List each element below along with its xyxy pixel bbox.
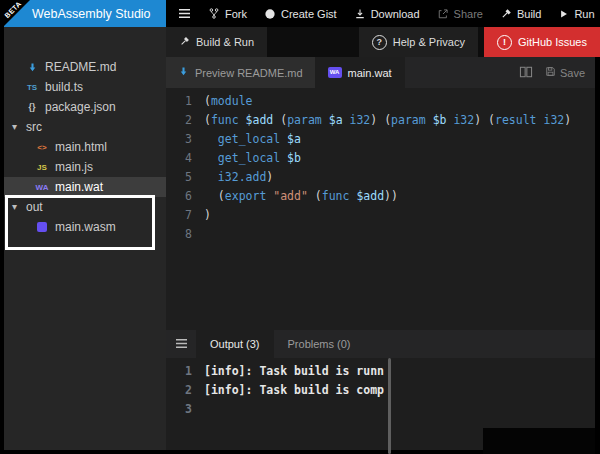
file-name: main.js [55,160,93,174]
output-console[interactable]: 1[info]: Task build is runn 2[info]: Tas… [166,358,595,454]
menu-button[interactable] [178,8,191,19]
tab-output[interactable]: Output (3) [196,330,274,358]
github-icon [264,8,276,20]
file-name: README.md [45,60,116,74]
create-gist-label: Create Gist [281,8,337,20]
tab-preview-readme[interactable]: Preview README.md [166,57,316,88]
sidebar-folder-out[interactable]: ▾ out [4,197,166,217]
tab-main-wat[interactable]: WA main.wat [316,57,405,88]
editor-area: Preview README.md WA main.wat Save 1(mod… [166,57,595,450]
readme-preview-icon [24,62,40,73]
code-line: 6 (export "add" (func $add)) [166,187,595,206]
editor-tab-bar: Preview README.md WA main.wat Save [166,57,595,88]
tab-controls: Save [519,57,595,88]
code-line: 8 [166,225,595,244]
github-issues-label: GitHub Issues [518,36,587,48]
sidebar-item-main-wat[interactable]: WA main.wat [4,177,166,197]
output-panel-header: Output (3) Problems (0) [166,330,595,358]
output-text: [info]: Task build is runn [204,362,388,381]
output-line: 3 [166,400,595,419]
hamburger-menu-icon [178,8,191,19]
secondary-toolbar: Build & Run ? Help & Privacy ! GitHub Is… [166,27,600,57]
code-text: get_local $a [204,130,301,149]
tab-label: Problems (0) [288,338,351,350]
sidebar-item-readme[interactable]: README.md [4,57,166,77]
sidebar-item-build-ts[interactable]: TS build.ts [4,77,166,97]
code-line: 3 get_local $a [166,130,595,149]
tab-problems[interactable]: Problems (0) [274,330,365,358]
code-text: ) [204,206,211,225]
build-and-run-label: Build & Run [196,36,254,48]
code-line: 7) [166,206,595,225]
top-toolbar: Fork Create Gist Download Share Build Ru… [166,0,600,27]
tab-label: main.wat [348,67,392,79]
output-line: 1[info]: Task build is runn [166,362,595,381]
build-button[interactable]: Build [500,8,541,20]
output-scrollbar[interactable] [388,358,391,454]
fork-button[interactable]: Fork [208,7,247,20]
file-explorer: README.md TS build.ts {} package.json ▾ … [4,27,166,450]
book-icon [519,66,533,80]
line-number: 3 [166,130,204,149]
file-name: main.wat [55,180,103,194]
share-icon [437,8,449,20]
wat-file-icon: WA [328,67,342,78]
code-text: (module [204,92,252,111]
line-number: 1 [166,362,204,381]
file-name: main.html [55,140,107,154]
run-label: Run [574,8,594,20]
file-name: build.ts [45,80,83,94]
json-file-icon: {} [24,102,40,112]
output-panel: Output (3) Problems (0) 1[info]: Task bu… [166,330,595,450]
code-line: 4 get_local $b [166,149,595,168]
bottom-right-corner [483,428,595,454]
typescript-file-icon: TS [24,83,40,92]
run-play-icon [558,8,569,20]
create-gist-button[interactable]: Create Gist [264,8,337,20]
download-label: Download [371,8,420,20]
fork-icon [208,7,220,20]
line-number: 7 [166,206,204,225]
help-icon: ? [372,35,387,50]
github-issues-button[interactable]: ! GitHub Issues [484,27,600,57]
secondary-bar-spacer [267,27,359,57]
code-editor[interactable]: 1(module 2(func $add (param $a i32) (par… [166,88,595,334]
folder-name: out [26,200,43,214]
line-number: 5 [166,168,204,187]
build-and-run-button[interactable]: Build & Run [166,27,267,57]
chevron-down-icon: ▾ [12,122,22,132]
share-button[interactable]: Share [437,8,483,20]
chevron-down-icon: ▾ [12,202,22,212]
sidebar-item-package-json[interactable]: {} package.json [4,97,166,117]
output-line: 2[info]: Task build is comp [166,381,595,400]
share-label: Share [454,8,483,20]
sidebar-folder-src[interactable]: ▾ src [4,117,166,137]
docs-button[interactable] [519,66,533,80]
save-floppy-icon [545,66,556,79]
build-hammer-icon [500,8,512,20]
sidebar-item-main-js[interactable]: JS main.js [4,157,166,177]
javascript-file-icon: JS [34,163,50,172]
warning-icon: ! [497,35,512,50]
sidebar-item-main-html[interactable]: <> main.html [4,137,166,157]
folder-name: src [26,120,42,134]
line-number: 2 [166,111,204,130]
tab-label: Preview README.md [195,67,303,79]
help-privacy-button[interactable]: ? Help & Privacy [359,27,478,57]
build-label: Build [517,8,541,20]
build-run-hammer-icon [179,36,190,49]
download-icon [354,8,366,20]
panel-menu-button[interactable] [166,330,196,358]
line-number: 2 [166,381,204,400]
sidebar-item-main-wasm[interactable]: main.wasm [4,217,166,237]
save-button[interactable]: Save [545,66,585,79]
run-button[interactable]: Run [558,8,594,20]
line-number: 6 [166,187,204,206]
line-number: 1 [166,92,204,111]
line-number: 8 [166,225,204,244]
webassembly-studio-window: WebAssembly Studio BETA Fork Create Gist… [0,0,600,454]
code-text: get_local $b [204,149,301,168]
hamburger-menu-icon [175,335,188,353]
code-line: 5 i32.add) [166,168,595,187]
download-button[interactable]: Download [354,8,420,20]
